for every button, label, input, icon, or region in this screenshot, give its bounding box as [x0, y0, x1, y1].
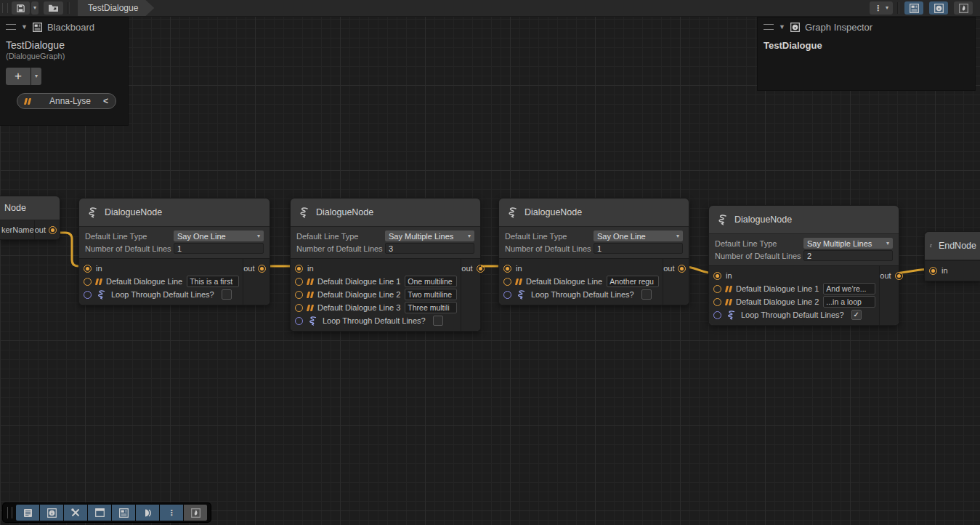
out-port[interactable]: [477, 265, 485, 273]
node-header[interactable]: DialogueNode: [499, 199, 689, 227]
drag-handle-icon[interactable]: [6, 24, 16, 30]
tab-testdialogue[interactable]: TestDialogue: [78, 0, 154, 16]
in-port[interactable]: [713, 272, 721, 280]
dialogue-line-port[interactable]: [713, 298, 721, 306]
line-type-dropdown[interactable]: Say One Line ▾: [174, 231, 264, 241]
line-type-dropdown[interactable]: Say Multiple Lines ▾: [385, 231, 474, 241]
loop-port-row: Loop Through Default Lines? ✓: [709, 308, 879, 321]
tab-label: TestDialogue: [88, 3, 138, 13]
start-node-header[interactable]: Node: [0, 196, 60, 220]
toggle-blackboard-button[interactable]: [904, 1, 923, 15]
blackboard-icon: [119, 508, 129, 518]
graph-inspector-panel[interactable]: ▼ Graph Inspector TestDialogue: [758, 17, 975, 90]
expand-chevron-icon[interactable]: <: [103, 96, 108, 106]
in-port[interactable]: [929, 267, 937, 275]
dialogue-line-port[interactable]: [503, 278, 511, 286]
dialogue-line-port[interactable]: [295, 304, 303, 312]
loop-checkbox[interactable]: [222, 289, 232, 300]
line-type-dropdown[interactable]: Say Multiple Lines ▾: [803, 238, 893, 249]
graph-inspector-header[interactable]: ▼ Graph Inspector: [758, 17, 975, 36]
toolbar-drag-handle[interactable]: [2, 3, 8, 13]
add-variable-dropdown-button[interactable]: ▾: [31, 68, 41, 85]
num-lines-input[interactable]: 2: [803, 250, 893, 261]
loop-port[interactable]: [84, 291, 92, 299]
overflow-menu-button[interactable]: ⋮ ▾: [870, 1, 893, 15]
line-type-value: Say Multiple Lines: [389, 232, 453, 241]
node-header[interactable]: DialogueNode: [709, 206, 899, 234]
tools-button[interactable]: [64, 505, 87, 521]
end-node[interactable]: EndNode in: [924, 231, 980, 281]
blackboard-variable-anna-lyse[interactable]: Anna-Lyse <: [17, 93, 116, 109]
loop-icon: [726, 310, 737, 320]
dialogue-line-input[interactable]: Another regu: [607, 276, 659, 287]
transition-button[interactable]: [136, 505, 159, 521]
collapse-arrow-icon[interactable]: ▼: [21, 24, 28, 31]
dialogue-node-3[interactable]: DialogueNode Default Line Type Say One L…: [498, 198, 689, 305]
inspector-toggle-button[interactable]: [40, 505, 63, 521]
add-variable-button[interactable]: +: [6, 68, 31, 85]
num-lines-input[interactable]: 1: [174, 243, 264, 254]
num-lines-input[interactable]: 3: [385, 243, 474, 254]
in-port[interactable]: [503, 265, 511, 273]
inspector-graph-name: TestDialogue: [758, 36, 975, 51]
loop-port[interactable]: [713, 311, 721, 319]
toggle-preview-button[interactable]: [954, 1, 973, 15]
dialogue-line-port[interactable]: [713, 285, 721, 293]
dialogue-line-input[interactable]: ...in a loop: [823, 296, 875, 308]
dialogue-line-port[interactable]: [295, 291, 303, 299]
num-lines-input[interactable]: 1: [594, 243, 683, 254]
blackboard-icon: [33, 23, 42, 32]
dialogue-line-label: Default Dialogue Line: [526, 277, 602, 286]
loop-port[interactable]: [295, 317, 303, 325]
dialogue-line-input[interactable]: One multiline: [405, 276, 457, 287]
save-dropdown-button[interactable]: ▾: [31, 1, 39, 15]
start-node[interactable]: Node kerName out: [0, 196, 60, 240]
out-port[interactable]: [258, 265, 266, 273]
line-type-dropdown[interactable]: Say One Line ▾: [594, 231, 683, 241]
out-port[interactable]: [895, 272, 903, 280]
flame-icon: [959, 4, 968, 13]
collapse-arrow-icon[interactable]: ▼: [779, 24, 785, 31]
open-asset-button[interactable]: [44, 1, 63, 15]
input-ports: in Default Dialogue Line This is a first…: [79, 259, 243, 305]
node-header[interactable]: DialogueNode: [79, 199, 270, 227]
save-button[interactable]: [12, 1, 30, 15]
dialogue-line-value: ...in a loop: [826, 297, 861, 306]
loop-checkbox[interactable]: ✓: [851, 310, 862, 320]
loop-checkbox[interactable]: [433, 316, 443, 326]
out-port[interactable]: [678, 265, 686, 273]
dialogue-line-port-row: Default Dialogue Line This is a first: [79, 275, 243, 288]
blackboard-header[interactable]: ▼ Blackboard: [0, 17, 128, 36]
dialogue-line-port[interactable]: [295, 278, 303, 286]
blackboard-icon: [910, 4, 919, 13]
out-port[interactable]: [49, 226, 57, 234]
quote-icon: [96, 278, 102, 285]
node-title: EndNode: [939, 241, 976, 251]
dialogue-line-port[interactable]: [84, 278, 92, 286]
window-button[interactable]: [88, 505, 111, 521]
toggle-graph-inspector-button[interactable]: [929, 1, 948, 15]
input-ports: in Default Dialogue Line 1 One multiline…: [291, 259, 461, 331]
blackboard-toggle-button[interactable]: [112, 505, 135, 521]
dialogue-list-button[interactable]: [16, 505, 39, 521]
blackboard-add-row: + ▾: [0, 65, 128, 88]
dialogue-node-2[interactable]: DialogueNode Default Line Type Say Multi…: [290, 198, 481, 332]
node-header[interactable]: DialogueNode: [291, 199, 480, 227]
in-port[interactable]: [84, 265, 92, 273]
dialogue-node-4[interactable]: DialogueNode Default Line Type Say Multi…: [708, 205, 899, 326]
loop-port[interactable]: [503, 291, 511, 299]
preview-button[interactable]: [184, 505, 207, 521]
in-port[interactable]: [295, 265, 303, 273]
blackboard-panel[interactable]: ▼ Blackboard TestDialogue (DialogueGraph…: [0, 17, 128, 125]
overflow-button[interactable]: ⋮: [160, 505, 183, 521]
toolbar-drag-handle[interactable]: [7, 507, 12, 518]
dialogue-line-input[interactable]: This is a first: [187, 276, 239, 287]
dialogue-line-input[interactable]: Two multiline: [405, 289, 457, 300]
node-header[interactable]: EndNode: [925, 232, 980, 260]
loop-checkbox[interactable]: [641, 289, 652, 300]
dialogue-line-input[interactable]: Three multili: [405, 302, 457, 313]
drag-handle-icon[interactable]: [764, 24, 774, 30]
dialogue-line-input[interactable]: And we're...: [823, 283, 875, 294]
dialogue-node-1[interactable]: DialogueNode Default Line Type Say One L…: [78, 198, 270, 305]
in-port-label: in: [307, 264, 314, 273]
